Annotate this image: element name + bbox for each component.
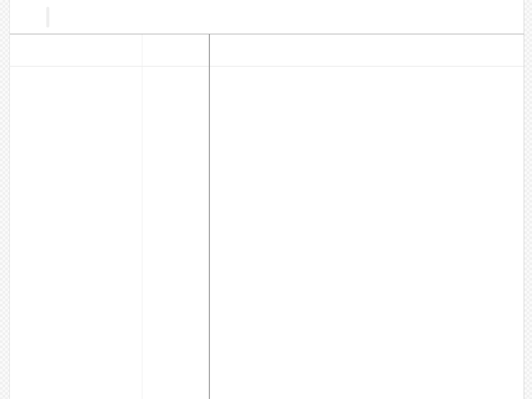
gantt-widget (9, 0, 524, 399)
force-size-segmented-control (46, 7, 49, 28)
grid-splitter[interactable] (209, 34, 210, 399)
page-background-right (524, 0, 532, 399)
page-background-left (0, 0, 9, 399)
grid-header (10, 34, 209, 66)
task-grid (10, 34, 209, 399)
page: { "toolbar": { "force_label": "Force", "… (0, 0, 532, 399)
toolbar (10, 0, 524, 34)
timeline-header (210, 34, 524, 66)
responsive-level (511, 13, 514, 22)
gantt-chart (10, 34, 524, 399)
grid-column-divider (142, 34, 142, 399)
timeline-body (210, 66, 524, 399)
